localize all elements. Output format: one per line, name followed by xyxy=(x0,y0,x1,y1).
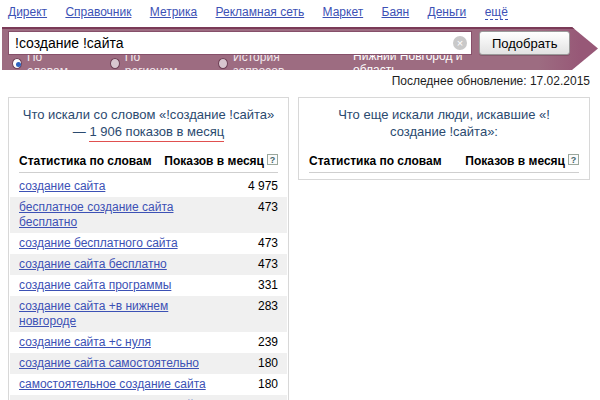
col-header-phrase: Статистика по словам xyxy=(19,154,152,168)
nav-link-more[interactable]: ещё xyxy=(485,5,508,20)
nav-link-market[interactable]: Маркет xyxy=(323,5,364,19)
search-row: × Подобрать xyxy=(2,29,598,55)
impressions-value: 283 xyxy=(236,299,278,314)
right-panel-title: Что еще искали люди, искавшие «!создание… xyxy=(299,98,589,145)
radio-unselected-icon xyxy=(218,58,228,69)
keyword-link[interactable]: создание бесплатного сайта xyxy=(19,236,236,251)
nav-link-directory[interactable]: Справочник xyxy=(65,5,131,19)
keyword-link[interactable]: создание сайта +в нижнем новгороде xyxy=(19,299,236,329)
col-header-phrase: Статистика по словам xyxy=(309,154,442,168)
nav-link-bayan[interactable]: Баян xyxy=(382,5,410,19)
impressions-total: 1 906 показов в месяц xyxy=(89,124,224,142)
table-row: создание сайта программы 331 xyxy=(10,275,287,296)
table-row: самостоятельное создание сайта бесплатно… xyxy=(10,395,287,400)
nav-link-money[interactable]: Деньги xyxy=(428,5,467,19)
impressions-value: 473 xyxy=(236,236,278,251)
impressions-value: 473 xyxy=(236,257,278,272)
help-icon[interactable]: ? xyxy=(267,154,278,165)
keyword-table: создание сайта 4 975 бесплатное создание… xyxy=(9,173,288,400)
left-panel: Что искали со словом «!создание !сайта» … xyxy=(8,97,289,400)
keyword-link[interactable]: самостоятельное создание сайта xyxy=(19,377,236,392)
radio-unselected-icon xyxy=(110,58,120,69)
wordstat-page: { "top_nav": { "links": ["Директ", "Спра… xyxy=(0,0,600,400)
keyword-link[interactable]: создание сайта xyxy=(19,179,236,194)
impressions-value: 239 xyxy=(236,335,278,350)
clear-icon[interactable]: × xyxy=(453,36,467,50)
radio-selected-icon xyxy=(12,58,22,69)
keyword-link[interactable]: создание сайта самостоятельно xyxy=(19,356,236,371)
right-table-header: Статистика по словам Показов в месяц? xyxy=(309,151,579,173)
nav-link-ad-network[interactable]: Рекламная сеть xyxy=(216,5,305,19)
top-nav: Директ Справочник Метрика Рекламная сеть… xyxy=(0,0,600,25)
impressions-value: 473 xyxy=(236,200,278,215)
search-input-wrap: × xyxy=(8,31,472,55)
band-top-border xyxy=(2,27,598,29)
table-row: самостоятельное создание сайта 180 xyxy=(10,374,287,395)
col-header-impressions-label: Показов в месяц xyxy=(465,154,565,168)
search-tabs-row: По словам По регионам История запросов Н… xyxy=(2,55,598,70)
left-panel-title: Что искали со словом «!создание !сайта» … xyxy=(9,98,288,145)
table-row: создание сайта бесплатно 473 xyxy=(10,254,287,275)
right-panel: Что еще искали люди, искавшие «!создание… xyxy=(298,97,590,180)
table-row: создание сайта 4 975 xyxy=(10,176,287,197)
keyword-link[interactable]: создание сайта программы xyxy=(19,278,236,293)
results-panels: Что искали со словом «!создание !сайта» … xyxy=(8,97,590,400)
col-header-impressions: Показов в месяц? xyxy=(465,154,579,168)
keyword-link[interactable]: создание сайта бесплатно xyxy=(19,257,236,272)
help-icon[interactable]: ? xyxy=(568,154,579,165)
table-row: создание сайта +в нижнем новгороде 283 xyxy=(10,296,287,332)
table-row: создание сайта +с нуля 239 xyxy=(10,332,287,353)
search-band: × Подобрать По словам По регионам Истори… xyxy=(2,27,598,70)
col-header-impressions-label: Показов в месяц xyxy=(164,154,264,168)
keyword-link[interactable]: бесплатное создание сайта бесплатно xyxy=(19,200,236,230)
last-update-label: Последнее обновление: 17.02.2015 xyxy=(392,74,590,88)
impressions-value: 331 xyxy=(236,278,278,293)
impressions-value: 180 xyxy=(236,356,278,371)
col-header-impressions: Показов в месяц? xyxy=(164,154,278,168)
left-table-header: Статистика по словам Показов в месяц? xyxy=(19,151,278,173)
nav-link-direct[interactable]: Директ xyxy=(8,5,47,19)
nav-link-metrica[interactable]: Метрика xyxy=(150,5,197,19)
impressions-value: 180 xyxy=(236,377,278,392)
keyword-link[interactable]: создание сайта +с нуля xyxy=(19,335,236,350)
impressions-value: 4 975 xyxy=(236,179,278,194)
table-row: создание сайта самостоятельно 180 xyxy=(10,353,287,374)
table-row: создание бесплатного сайта 473 xyxy=(10,233,287,254)
search-input[interactable] xyxy=(8,31,472,55)
table-row: бесплатное создание сайта бесплатно 473 xyxy=(10,197,287,233)
